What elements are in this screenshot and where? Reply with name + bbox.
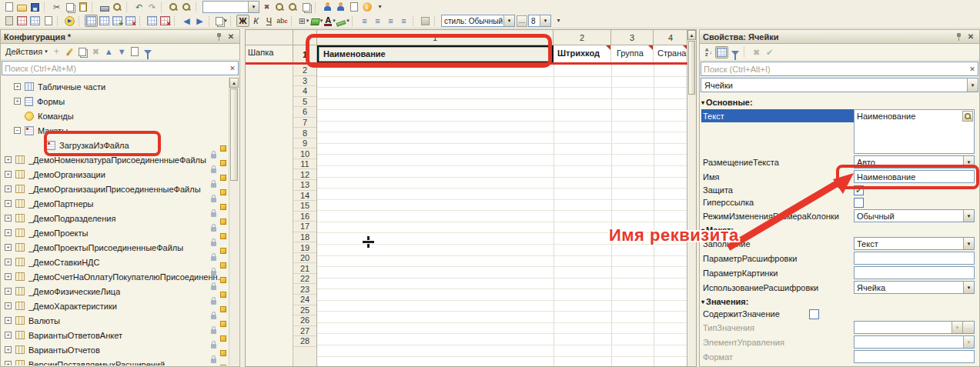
property-ТипЗначения-select[interactable]: ▼… xyxy=(854,321,975,334)
tree-item[interactable]: +ВерсииПоставляемыхРасширений xyxy=(2,357,229,365)
row-header[interactable]: 12 xyxy=(293,169,316,180)
tree-item[interactable]: +Формы xyxy=(2,94,229,108)
expand-icon[interactable]: + xyxy=(5,273,12,280)
cell-properties-icon[interactable] xyxy=(2,15,15,27)
expand-icon[interactable]: + xyxy=(5,361,12,365)
tree-item[interactable]: +_ДемоПартнеры xyxy=(2,196,229,211)
expand-icon[interactable]: + xyxy=(5,288,12,295)
property-label[interactable]: Заполнение xyxy=(701,239,854,249)
tree-item[interactable]: +_ДемоПодразделения xyxy=(2,211,229,225)
property-Защита-checkbox[interactable]: ✔ xyxy=(854,185,864,195)
chevron-down-icon[interactable]: ▾ xyxy=(320,18,323,24)
property-label[interactable]: ИспользованиеРасшифровки xyxy=(701,283,854,292)
toolbar2-overflow-icon[interactable]: ▾ xyxy=(552,15,565,27)
property-Гиперссылка-checkbox[interactable] xyxy=(854,198,864,208)
tree-item[interactable]: +_ДемоХарактеристики xyxy=(2,299,229,313)
row-header[interactable]: 28 xyxy=(293,336,316,347)
object-selector[interactable]: Ячейки ▼ xyxy=(701,78,978,92)
user-search-icon[interactable] xyxy=(334,1,347,13)
row-header[interactable]: 13 xyxy=(293,180,316,191)
expand-icon[interactable]: + xyxy=(5,200,12,207)
show-names-icon[interactable] xyxy=(145,15,159,27)
property-label[interactable]: Защита xyxy=(701,185,854,195)
chevron-down-icon[interactable]: ▼ xyxy=(952,322,962,333)
delete-name-icon[interactable] xyxy=(159,15,172,27)
sheet-scrollbar[interactable]: ▲ xyxy=(687,30,696,366)
italic-icon[interactable]: К xyxy=(249,15,263,27)
quick-search-select[interactable]: ▼ xyxy=(202,1,259,13)
tree-item[interactable]: +_ДемоПроектыПрисоединенныеФайлы xyxy=(2,240,229,255)
tree-item[interactable]: +_ДемоПроекты xyxy=(2,225,229,240)
expand-icon[interactable]: + xyxy=(5,259,12,265)
expand-icon[interactable]: + xyxy=(5,185,12,192)
scrollbar-thumb[interactable] xyxy=(688,41,695,95)
highlight-color-icon[interactable]: ▾ xyxy=(336,15,350,27)
expand-icon[interactable]: + xyxy=(5,346,12,353)
expand-icon[interactable]: + xyxy=(14,83,21,90)
chevron-down-icon[interactable]: ▼ xyxy=(963,238,974,249)
row-header[interactable]: 9 xyxy=(293,138,316,149)
property-label[interactable]: Гиперссылка xyxy=(701,198,854,207)
chevron-down-icon[interactable]: ▼ xyxy=(963,156,974,168)
row-header[interactable]: 11 xyxy=(293,159,316,170)
delete-icon[interactable]: ✖ xyxy=(89,45,102,58)
run-command-icon[interactable]: ▶ xyxy=(63,15,76,27)
property-ПараметрРасшифровки-input[interactable] xyxy=(854,252,975,265)
tree-item[interactable]: +_ДемоОрганизации xyxy=(2,167,229,182)
show-grid-icon[interactable] xyxy=(98,15,111,27)
move-down-icon[interactable]: ▼ xyxy=(115,45,129,58)
chevron-down-icon[interactable]: ▾ xyxy=(333,18,336,24)
clear-search-icon[interactable]: ✕ xyxy=(967,65,978,73)
copy-icon[interactable] xyxy=(63,1,76,13)
row-header[interactable]: 26 xyxy=(293,315,316,326)
expand-icon[interactable]: + xyxy=(5,302,12,309)
chevron-down-icon[interactable]: ▼ xyxy=(540,15,550,26)
expand-icon[interactable]: + xyxy=(5,332,12,339)
move-up-icon[interactable]: ▲ xyxy=(102,45,115,58)
sort-alphabetical-icon[interactable]: AZ↓ xyxy=(702,46,715,58)
paste-icon[interactable] xyxy=(76,1,89,13)
close-panel-icon[interactable]: ✕ xyxy=(965,32,976,42)
expand-icon[interactable]: + xyxy=(5,244,12,251)
property-РежимИзмененияРазмераКолонки-select[interactable]: Обычный▼ xyxy=(854,209,975,222)
chevron-down-icon[interactable]: ▾ xyxy=(346,18,350,24)
scrollbar-thumb[interactable] xyxy=(230,88,238,181)
chevron-down-icon[interactable]: ▼ xyxy=(963,282,974,293)
expand-icon[interactable]: + xyxy=(5,229,12,236)
column-header-2[interactable]: 2 xyxy=(554,30,611,45)
align-justify-icon[interactable]: ≡ xyxy=(397,15,410,27)
text-case-icon[interactable]: abc xyxy=(276,15,289,27)
property-СодержитЗначение-checkbox[interactable] xyxy=(809,309,819,319)
row-header[interactable]: 7 xyxy=(293,118,316,128)
row-header[interactable]: 21 xyxy=(293,263,316,274)
underline-icon[interactable]: Ч xyxy=(263,15,276,27)
chevron-down-icon[interactable]: ▼ xyxy=(967,78,978,92)
show-headers-icon[interactable] xyxy=(85,15,98,27)
tree-item[interactable]: Команды xyxy=(2,108,229,123)
save-icon[interactable] xyxy=(28,1,42,13)
move-name-left-icon[interactable]: ◀ xyxy=(180,15,193,27)
tree-item[interactable]: +Табличные части xyxy=(2,79,229,94)
row-header-corner[interactable] xyxy=(293,30,317,45)
zoom-in-icon[interactable] xyxy=(273,1,286,13)
apply-edit-icon[interactable]: ✔ xyxy=(763,46,776,58)
row-header[interactable]: 17 xyxy=(293,222,316,232)
tree-item[interactable]: −Макеты xyxy=(2,123,229,138)
clear-search-icon[interactable]: ✖ xyxy=(260,1,273,13)
chevron-down-icon[interactable]: ▾ xyxy=(224,18,227,24)
column-header-4[interactable]: 4 xyxy=(654,30,688,45)
document-properties-icon[interactable] xyxy=(347,1,360,13)
column-header-3[interactable]: 3 xyxy=(611,30,654,45)
tree-item[interactable]: +_ДемоСтавкиНДС xyxy=(2,255,229,269)
property-label[interactable]: ПараметрКартинки xyxy=(701,269,854,278)
section-header[interactable]: ▾Основные: xyxy=(701,97,978,108)
zoom-out-icon[interactable] xyxy=(286,1,299,13)
row-header[interactable]: 27 xyxy=(293,326,316,337)
property-label[interactable]: Текст xyxy=(701,109,854,122)
row-header[interactable]: 23 xyxy=(293,284,316,295)
insert-table-icon[interactable] xyxy=(111,15,124,27)
sort-categories-icon[interactable] xyxy=(715,46,728,58)
cancel-edit-icon[interactable]: ✖ xyxy=(750,46,763,58)
new-document-icon[interactable] xyxy=(2,1,15,13)
add-icon[interactable]: + xyxy=(50,45,63,58)
